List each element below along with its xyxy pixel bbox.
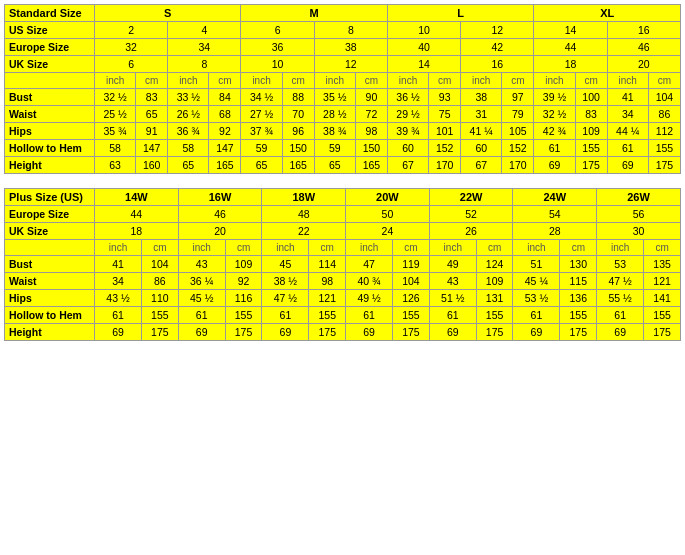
us-size-4: 4 xyxy=(168,22,241,39)
plus-waist-row: Waist 34 86 36 ¼ 92 38 ½ 98 40 ¾ 104 43 … xyxy=(5,273,681,290)
europe-size-label: Europe Size xyxy=(5,39,95,56)
hollow-to-hem-label: Hollow to Hem xyxy=(5,140,95,157)
us-size-row: US Size 2 4 6 8 10 12 14 16 xyxy=(5,22,681,39)
inch-label-7: inch xyxy=(534,73,575,89)
inch-label-1: inch xyxy=(95,73,136,89)
cm-label-7: cm xyxy=(575,73,607,89)
uk-size-20: 20 xyxy=(607,56,680,73)
plus-uk-label: UK Size xyxy=(5,223,95,240)
us-size-12: 12 xyxy=(461,22,534,39)
uk-size-row: UK Size 6 8 10 12 14 16 18 20 xyxy=(5,56,681,73)
uk-size-label: UK Size xyxy=(5,56,95,73)
cm-label-8: cm xyxy=(648,73,680,89)
uk-size-12: 12 xyxy=(314,56,387,73)
uk-size-14: 14 xyxy=(387,56,460,73)
plus-size-header-row: Plus Size (US) 14W 16W 18W 20W 22W 24W 2… xyxy=(5,189,681,206)
plus-size-table: Plus Size (US) 14W 16W 18W 20W 22W 24W 2… xyxy=(4,188,681,341)
eu-size-40: 40 xyxy=(387,39,460,56)
standard-size-table: Standard Size S M L XL US Size 2 4 6 8 1… xyxy=(4,4,681,174)
inch-label-5: inch xyxy=(387,73,428,89)
plus-hips-label: Hips xyxy=(5,290,95,307)
inch-cm-header-row: inch cm inch cm inch cm inch cm inch cm … xyxy=(5,73,681,89)
height-label: Height xyxy=(5,157,95,174)
waist-row: Waist 25 ½ 65 26 ½ 68 27 ½ 70 28 ½ 72 29… xyxy=(5,106,681,123)
plus-uk-row: UK Size 18 20 22 24 26 28 30 xyxy=(5,223,681,240)
plus-20w: 20W xyxy=(346,189,430,206)
bust-l10-cm: 93 xyxy=(429,89,461,106)
size-l-header: L xyxy=(387,5,533,22)
plus-inch-cm-row: inch cm inch cm inch cm inch cm inch cm … xyxy=(5,240,681,256)
eu-size-46: 46 xyxy=(607,39,680,56)
plus-waist-label: Waist xyxy=(5,273,95,290)
cm-label-1: cm xyxy=(136,73,168,89)
plus-size-label: Plus Size (US) xyxy=(5,189,95,206)
cm-label-4: cm xyxy=(355,73,387,89)
inch-label-8: inch xyxy=(607,73,648,89)
standard-size-header-row: Standard Size S M L XL xyxy=(5,5,681,22)
hips-row: Hips 35 ¾ 91 36 ¾ 92 37 ¾ 96 38 ¾ 98 39 … xyxy=(5,123,681,140)
us-size-14: 14 xyxy=(534,22,607,39)
plus-europe-label: Europe Size xyxy=(5,206,95,223)
bust-l12-inch: 38 xyxy=(461,89,502,106)
cm-label-6: cm xyxy=(502,73,534,89)
plus-bust-row: Bust 41 104 43 109 45 114 47 119 49 124 … xyxy=(5,256,681,273)
us-size-6: 6 xyxy=(241,22,314,39)
eu-size-44: 44 xyxy=(534,39,607,56)
us-size-2: 2 xyxy=(95,22,168,39)
bust-s2-cm: 83 xyxy=(136,89,168,106)
plus-18w: 18W xyxy=(262,189,346,206)
plus-bust-label: Bust xyxy=(5,256,95,273)
bust-s2-inch: 32 ½ xyxy=(95,89,136,106)
height-row: Height 63 160 65 165 65 165 65 165 67 17… xyxy=(5,157,681,174)
plus-height-label: Height xyxy=(5,324,95,341)
eu-size-38: 38 xyxy=(314,39,387,56)
empty-label xyxy=(5,73,95,89)
us-size-16: 16 xyxy=(607,22,680,39)
plus-24w: 24W xyxy=(513,189,597,206)
eu-size-42: 42 xyxy=(461,39,534,56)
eu-size-34: 34 xyxy=(168,39,241,56)
plus-14w: 14W xyxy=(95,189,179,206)
plus-hips-row: Hips 43 ½ 110 45 ½ 116 47 ½ 121 49 ½ 126… xyxy=(5,290,681,307)
uk-size-6: 6 xyxy=(95,56,168,73)
bust-xl16-inch: 41 xyxy=(607,89,648,106)
eu-size-32: 32 xyxy=(95,39,168,56)
size-xl-header: XL xyxy=(534,5,681,22)
uk-size-8: 8 xyxy=(168,56,241,73)
hips-label: Hips xyxy=(5,123,95,140)
europe-size-row: Europe Size 32 34 36 38 40 42 44 46 xyxy=(5,39,681,56)
size-s-header: S xyxy=(95,5,241,22)
hollow-to-hem-row: Hollow to Hem 58 147 58 147 59 150 59 15… xyxy=(5,140,681,157)
eu-size-36: 36 xyxy=(241,39,314,56)
plus-26w: 26W xyxy=(597,189,681,206)
uk-size-18: 18 xyxy=(534,56,607,73)
plus-height-row: Height 69 175 69 175 69 175 69 175 69 17… xyxy=(5,324,681,341)
uk-size-10: 10 xyxy=(241,56,314,73)
cm-label-3: cm xyxy=(282,73,314,89)
us-size-10: 10 xyxy=(387,22,460,39)
plus-16w: 16W xyxy=(178,189,262,206)
bust-l12-cm: 97 xyxy=(502,89,534,106)
bust-s4-cm: 84 xyxy=(209,89,241,106)
bust-row: Bust 32 ½ 83 33 ½ 84 34 ½ 88 35 ½ 90 36 … xyxy=(5,89,681,106)
bust-label: Bust xyxy=(5,89,95,106)
bust-l10-inch: 36 ½ xyxy=(387,89,428,106)
bust-s4-inch: 33 ½ xyxy=(168,89,209,106)
bust-m6-inch: 34 ½ xyxy=(241,89,282,106)
inch-label-2: inch xyxy=(168,73,209,89)
plus-hollow-label: Hollow to Hem xyxy=(5,307,95,324)
plus-hollow-row: Hollow to Hem 61 155 61 155 61 155 61 15… xyxy=(5,307,681,324)
bust-m8-inch: 35 ½ xyxy=(314,89,355,106)
size-m-header: M xyxy=(241,5,387,22)
inch-label-3: inch xyxy=(241,73,282,89)
us-size-label: US Size xyxy=(5,22,95,39)
bust-xl16-cm: 104 xyxy=(648,89,680,106)
plus-22w: 22W xyxy=(429,189,513,206)
standard-size-label: Standard Size xyxy=(5,5,95,22)
bust-xl14-cm: 100 xyxy=(575,89,607,106)
inch-label-6: inch xyxy=(461,73,502,89)
us-size-8: 8 xyxy=(314,22,387,39)
cm-label-5: cm xyxy=(429,73,461,89)
bust-xl14-inch: 39 ½ xyxy=(534,89,575,106)
bust-m8-cm: 90 xyxy=(355,89,387,106)
